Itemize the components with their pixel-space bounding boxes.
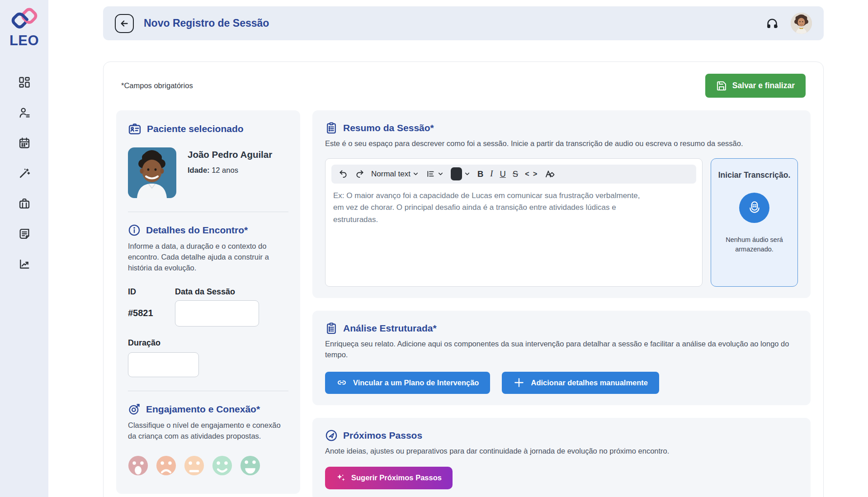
patient-photo-image — [128, 147, 176, 198]
engagement-scale — [128, 455, 288, 476]
divider — [128, 391, 288, 391]
patient-name: João Pedro Aguilar — [188, 149, 272, 160]
link-plan-label: Vincular a um Plano de Intervenção — [353, 379, 479, 387]
analysis-description: Enriqueça seu relato. Adicione aqui os c… — [325, 339, 798, 360]
app-logo[interactable]: LEO — [9, 7, 39, 49]
rich-text-editor[interactable]: Normal text B — [325, 158, 703, 287]
highlight-button[interactable] — [545, 169, 555, 179]
transcription-title: Iniciar Transcrição. — [718, 170, 791, 181]
chevron-down-icon — [412, 170, 419, 177]
transcription-panel: Iniciar Transcrição. Nenhum áudio será a… — [711, 158, 798, 287]
structured-analysis-section: Análise Estruturada* Enriqueça seu relat… — [312, 311, 811, 405]
bold-button[interactable]: B — [477, 169, 483, 179]
sparkles-icon — [336, 473, 346, 483]
neutral-face-icon[interactable] — [184, 455, 204, 476]
magic-wand-icon[interactable] — [18, 167, 31, 180]
bad-face-icon[interactable] — [156, 455, 176, 476]
briefcase-icon[interactable] — [18, 197, 31, 210]
patient-photo — [128, 147, 176, 198]
text-color-dropdown[interactable] — [451, 167, 471, 180]
patient-card: João Pedro Aguilar Idade: 12 anos — [128, 147, 288, 198]
form-header: *Campos obrigatórios Salvar e finalizar — [116, 74, 811, 98]
text-color-swatch — [451, 167, 462, 180]
duration-label: Duração — [128, 338, 288, 348]
arrow-left-icon — [119, 19, 129, 28]
start-transcription-button[interactable] — [739, 193, 769, 223]
format-dropdown[interactable]: Normal text — [371, 170, 419, 179]
sidebar: LEO — [0, 0, 48, 497]
next-steps-section: Próximos Passos Anote ideias, ajustes ou… — [312, 418, 811, 497]
format-dropdown-label: Normal text — [371, 170, 410, 179]
add-details-label: Adicionar detalhes manualmente — [531, 379, 648, 387]
clipboard-icon — [325, 322, 338, 335]
summary-description: Este é o seu espaço para descrever como … — [325, 138, 798, 149]
session-date-input[interactable] — [175, 300, 259, 327]
patient-age-value: 12 anos — [210, 166, 238, 174]
patients-icon[interactable] — [18, 106, 31, 119]
back-button[interactable] — [115, 14, 134, 33]
avatar-image — [791, 13, 812, 34]
patient-section-title: Paciente selecionado — [147, 123, 244, 134]
suggest-next-steps-button[interactable]: Sugerir Próximos Passos — [325, 467, 453, 489]
code-button[interactable]: < > — [525, 170, 538, 178]
very-good-face-icon[interactable] — [240, 455, 260, 476]
patient-details-panel: Paciente selecionado — [116, 110, 300, 494]
strikethrough-button[interactable]: S — [513, 169, 518, 179]
sidebar-nav — [18, 76, 31, 270]
chevron-down-icon — [437, 170, 444, 177]
logo-links-icon — [9, 7, 39, 32]
next-steps-section-title: Próximos Passos — [343, 430, 422, 441]
add-details-manually-button[interactable]: Adicionar detalhes manualmente — [502, 372, 659, 394]
divider — [128, 212, 288, 212]
duration-input[interactable] — [128, 352, 199, 377]
analysis-section-title: Análise Estruturada* — [343, 323, 437, 334]
required-fields-note: *Campos obrigatórios — [121, 81, 193, 90]
undo-button[interactable] — [339, 169, 348, 179]
notes-icon[interactable] — [18, 227, 31, 240]
transcription-note: Nenhum áudio será armazenado. — [717, 235, 791, 254]
info-icon — [128, 224, 141, 237]
engagement-description: Classifique o nível de engajamento e con… — [128, 420, 288, 442]
very-bad-face-icon[interactable] — [128, 455, 148, 476]
details-section-title: Detalhes do Encontro* — [146, 225, 248, 236]
list-style-dropdown[interactable] — [426, 169, 444, 179]
send-compass-icon — [325, 429, 338, 442]
user-avatar[interactable] — [791, 13, 812, 34]
calendar-icon[interactable] — [18, 137, 31, 149]
patient-badge-icon — [128, 122, 142, 136]
top-bar: Novo Registro de Sessão — [103, 6, 824, 40]
patient-age: Idade: 12 anos — [188, 166, 272, 175]
session-id-value: #5821 — [128, 308, 175, 318]
suggest-next-steps-label: Sugerir Próximos Passos — [351, 473, 442, 482]
page-title: Novo Registro de Sessão — [144, 17, 269, 29]
link-icon — [336, 377, 347, 388]
clipboard-icon — [325, 122, 338, 134]
editor-placeholder: Ex: O maior avanço foi a capacidade de L… — [331, 190, 643, 226]
save-finish-button[interactable]: Salvar e finalizar — [705, 74, 806, 98]
redo-button[interactable] — [355, 169, 364, 179]
evolution-chart-icon[interactable] — [18, 258, 31, 270]
next-steps-description: Anote ideias, ajustes ou preparativos pa… — [325, 446, 798, 457]
plus-icon — [513, 377, 525, 388]
session-form-card: *Campos obrigatórios Salvar e finalizar … — [103, 62, 824, 497]
engagement-section-title: Engajamento e Conexão* — [146, 404, 260, 415]
dashboard-icon[interactable] — [18, 76, 31, 89]
session-date-label: Data da Sessão — [175, 287, 288, 297]
id-label: ID — [128, 287, 175, 297]
microphone-icon — [747, 200, 762, 216]
editor-toolbar: Normal text B — [331, 165, 696, 184]
patient-age-label: Idade: — [188, 166, 210, 174]
session-summary-section: Resumo da Sessão* Este é o seu espaço pa… — [312, 110, 811, 298]
details-description: Informe a data, a duração e o contexto d… — [128, 241, 288, 274]
save-floppy-icon — [716, 80, 727, 91]
chevron-down-icon — [464, 170, 471, 177]
logo-text: LEO — [9, 33, 39, 49]
summary-section-title: Resumo da Sessão* — [343, 123, 434, 133]
engagement-target-icon — [128, 403, 141, 416]
link-intervention-plan-button[interactable]: Vincular a um Plano de Intervenção — [325, 372, 490, 394]
good-face-icon[interactable] — [212, 455, 232, 476]
underline-button[interactable]: U — [500, 169, 505, 179]
save-finish-label: Salvar e finalizar — [732, 81, 795, 90]
headset-icon[interactable] — [765, 17, 779, 30]
italic-button[interactable]: I — [490, 169, 493, 179]
